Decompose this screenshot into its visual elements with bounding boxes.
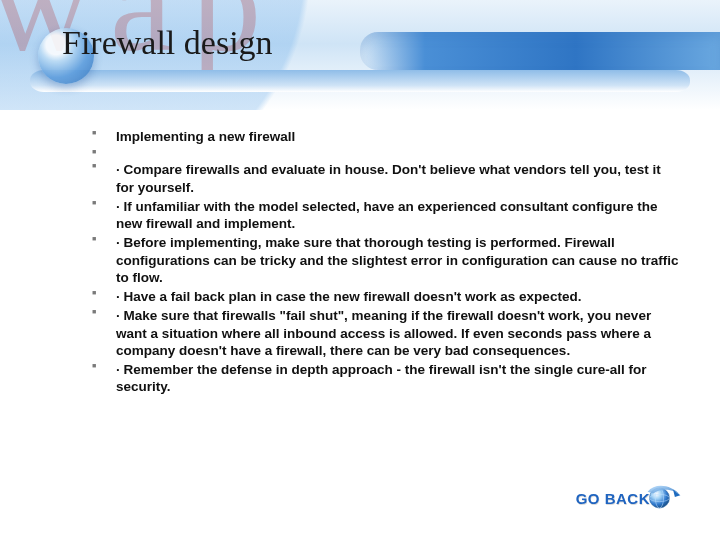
slide: w a p Firewall design Implementing a new… bbox=[0, 0, 720, 540]
globe-arrow-icon bbox=[644, 484, 684, 512]
page-title: Firewall design bbox=[62, 24, 273, 62]
go-back-label: GO BACK bbox=[576, 490, 650, 507]
bullet-item bbox=[92, 147, 680, 159]
svg-marker-3 bbox=[673, 490, 680, 497]
bullet-item: · Before implementing, make sure that th… bbox=[92, 234, 680, 286]
bullet-item: · Compare firewalls and evaluate in hous… bbox=[92, 161, 680, 196]
bullet-list: Implementing a new firewall · Compare fi… bbox=[92, 128, 680, 396]
title-band-right bbox=[360, 32, 720, 70]
bullet-item: · Remember the defense in depth approach… bbox=[92, 361, 680, 396]
bullet-item: Implementing a new firewall bbox=[92, 128, 680, 145]
bullet-item: · Make sure that firewalls "fail shut", … bbox=[92, 307, 680, 359]
bullet-item: · If unfamiliar with the model selected,… bbox=[92, 198, 680, 233]
content-area: Implementing a new firewall · Compare fi… bbox=[92, 128, 680, 398]
bullet-item: · Have a fail back plan in case the new … bbox=[92, 288, 680, 305]
title-band-under bbox=[30, 70, 690, 92]
go-back-button[interactable]: GO BACK bbox=[576, 484, 684, 512]
